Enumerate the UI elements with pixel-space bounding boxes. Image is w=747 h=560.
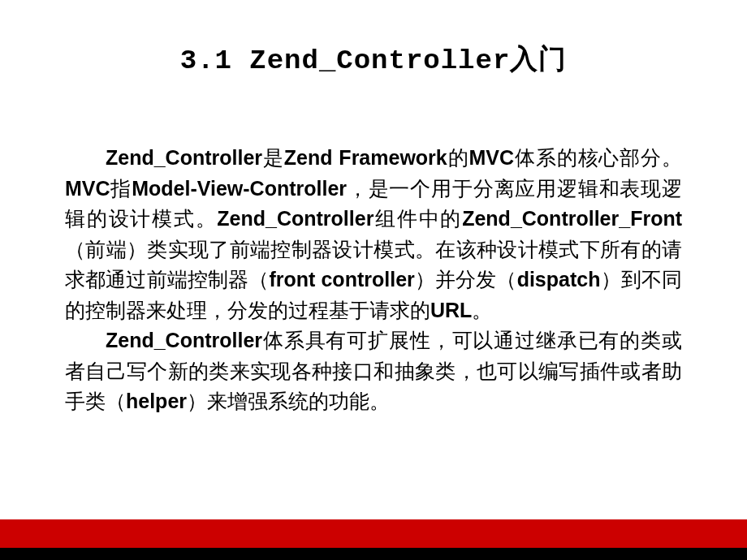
text-segment: Zend_Controller_Front [462,207,682,230]
slide-title: 3.1 Zend_Controller入门 [65,41,682,78]
text-segment: Zend_Controller [106,329,262,351]
text-segment: Zend_Controller [106,146,262,169]
text-segment: 是 [262,147,284,169]
text-segment: 组件中的 [374,208,462,230]
text-segment: 体系的核心部分。 [514,147,682,169]
footer-bar [0,519,747,560]
text-segment: Zend_Controller [217,207,374,230]
text-segment: 。 [472,299,492,321]
text-segment: ）来增强系统的功能。 [187,390,390,412]
text-segment: 的 [447,147,469,169]
paragraph-2: Zend_Controller体系具有可扩展性，可以通过继承已有的类或者自己写个… [65,325,682,417]
text-segment: Model-View-Controller [132,177,347,200]
text-segment: MVC [469,146,515,169]
slide-container: 3.1 Zend_Controller入门 Zend_Controller是Ze… [0,0,747,560]
text-segment: 指 [110,178,132,200]
text-segment: URL [430,299,472,321]
text-segment: Zend Framework [284,146,447,169]
text-segment: dispatch [517,268,601,291]
black-bar [0,548,747,560]
text-segment: ）并分发（ [415,269,517,291]
text-segment: helper [126,390,187,412]
red-bar [0,519,747,548]
text-segment: front controller [269,268,414,291]
text-segment: MVC [65,177,110,200]
paragraph-1: Zend_Controller是Zend Framework的MVC体系的核心部… [65,143,682,325]
slide-content: Zend_Controller是Zend Framework的MVC体系的核心部… [65,143,682,417]
